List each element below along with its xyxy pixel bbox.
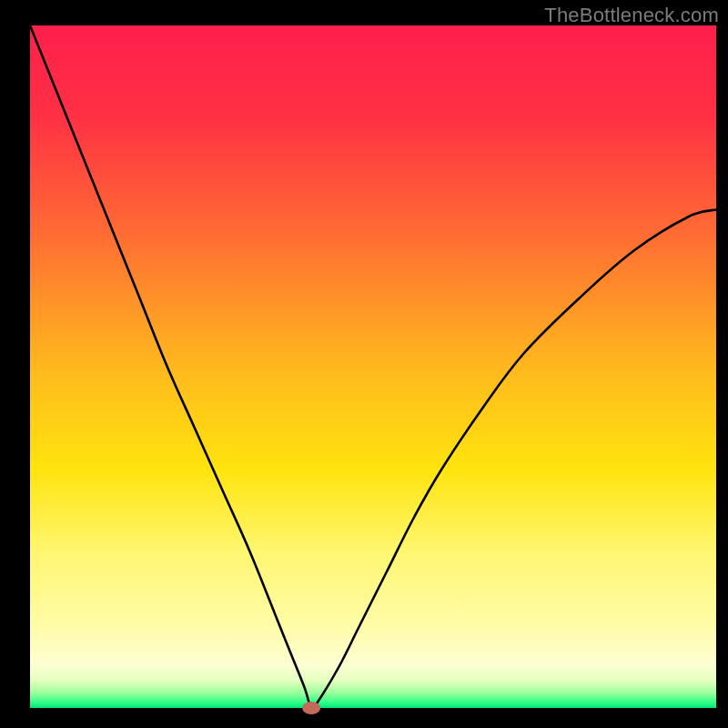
watermark-text: TheBottleneck.com: [544, 4, 719, 27]
chart-frame: TheBottleneck.com: [0, 0, 728, 728]
optimal-marker: [302, 702, 320, 714]
bottleneck-chart: [0, 0, 728, 728]
plot-background: [30, 25, 716, 708]
